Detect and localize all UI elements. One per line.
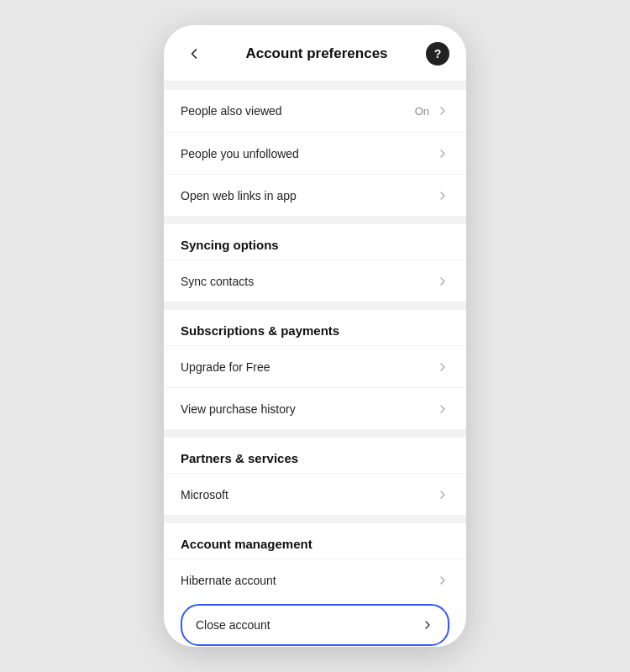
help-button[interactable]: ?	[426, 42, 449, 66]
close-account-wrapper: Close account	[164, 604, 466, 647]
item-label: Open web links in app	[181, 189, 297, 202]
item-label: Sync contacts	[181, 275, 254, 288]
chevron-right-icon	[436, 104, 449, 118]
section-title: Syncing options	[181, 238, 279, 252]
back-button[interactable]	[181, 40, 207, 67]
chevron-right-icon	[421, 618, 434, 632]
phone-frame: Account preferences ? People also viewed…	[164, 25, 466, 647]
chevron-right-icon	[436, 488, 449, 501]
section-title: Account management	[181, 537, 312, 551]
list-item[interactable]: Upgrade for Free	[164, 345, 466, 387]
section-title: Partners & services	[181, 451, 298, 465]
item-badge: On	[415, 105, 429, 118]
item-label: People you unfollowed	[181, 147, 299, 160]
section-title: Subscriptions & payments	[181, 323, 339, 338]
header: Account preferences ?	[164, 25, 466, 81]
partners-section: Partners & services Microsoft	[164, 438, 466, 515]
chevron-right-icon	[436, 189, 449, 202]
account-management-section: Account management Hibernate account Clo…	[164, 523, 466, 647]
page-title: Account preferences	[214, 45, 419, 62]
item-label: Hibernate account	[181, 574, 276, 587]
chevron-right-icon	[436, 147, 449, 160]
close-account-item[interactable]: Close account	[181, 604, 449, 646]
chevron-right-icon	[436, 402, 449, 416]
hibernate-account-item[interactable]: Hibernate account	[164, 559, 466, 601]
list-item[interactable]: People also viewed On	[164, 90, 466, 132]
list-item[interactable]: Sync contacts	[164, 260, 466, 302]
item-label: People also viewed	[181, 104, 282, 118]
screen: Account preferences ? People also viewed…	[164, 25, 466, 647]
item-label: Close account	[196, 618, 270, 632]
list-item[interactable]: Open web links in app	[164, 174, 466, 216]
item-label: Microsoft	[181, 488, 228, 501]
help-icon: ?	[434, 48, 442, 60]
syncing-section: Syncing options Sync contacts	[164, 224, 466, 302]
privacy-section: People also viewed On People you unfollo…	[164, 90, 466, 216]
content-area: People also viewed On People you unfollo…	[164, 81, 466, 647]
chevron-right-icon	[436, 360, 449, 374]
chevron-right-icon	[436, 275, 449, 288]
list-item[interactable]: People you unfollowed	[164, 132, 466, 174]
item-label: Upgrade for Free	[181, 360, 270, 374]
subscriptions-section: Subscriptions & payments Upgrade for Fre…	[164, 310, 466, 429]
list-item[interactable]: Microsoft	[164, 473, 466, 515]
item-label: View purchase history	[181, 402, 296, 416]
chevron-right-icon	[436, 574, 449, 587]
list-item[interactable]: View purchase history	[164, 387, 466, 429]
